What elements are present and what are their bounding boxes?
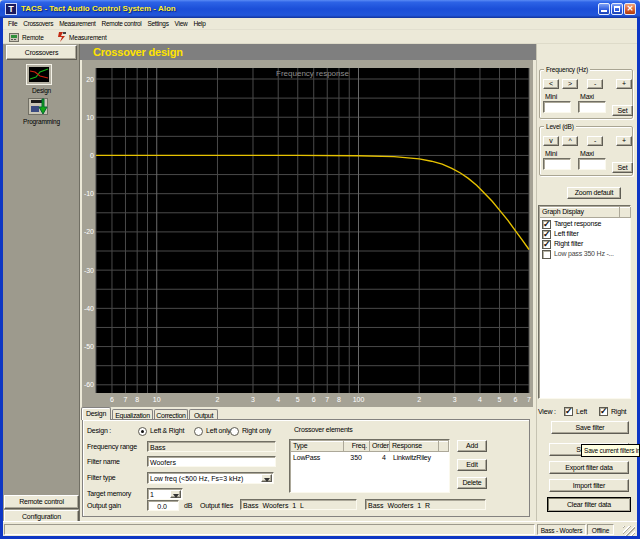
level-plus-button[interactable]: + bbox=[616, 136, 632, 146]
svg-text:7: 7 bbox=[325, 396, 329, 403]
radio-right-only[interactable] bbox=[230, 427, 239, 436]
output-gain-label: Output gain bbox=[87, 502, 121, 509]
view-right-label[interactable]: Right bbox=[611, 408, 626, 415]
radio-right-only-label[interactable]: Right only bbox=[242, 427, 271, 434]
output-file-right-field[interactable]: Bass_Woofers_1_R bbox=[365, 499, 486, 510]
view-left-checkbox[interactable] bbox=[564, 407, 573, 416]
level-maxi-input[interactable] bbox=[578, 158, 606, 170]
radio-left-only[interactable] bbox=[194, 427, 203, 436]
design-icon[interactable] bbox=[26, 64, 52, 85]
svg-text:6: 6 bbox=[514, 396, 518, 403]
svg-text:-30: -30 bbox=[84, 267, 94, 274]
column-header-freq[interactable]: Freq. bbox=[344, 441, 370, 452]
level-minus-button[interactable]: - bbox=[587, 136, 603, 146]
frequency-range-field[interactable]: Bass bbox=[147, 441, 276, 452]
resize-grip-icon[interactable] bbox=[623, 526, 635, 536]
menu-crossovers[interactable]: Crossovers bbox=[20, 20, 56, 27]
freq-prev-button[interactable]: < bbox=[543, 79, 559, 89]
checkbox-left-filter[interactable] bbox=[542, 230, 551, 239]
toolbar-measurement-button[interactable]: Measurement bbox=[69, 34, 107, 41]
sidebar-item-design[interactable]: Design bbox=[3, 87, 80, 94]
target-memory-select[interactable]: 1 bbox=[147, 488, 183, 500]
menu-help[interactable]: Help bbox=[190, 20, 208, 27]
menu-measurement[interactable]: Measurement bbox=[56, 20, 98, 27]
filter-name-field[interactable]: Woofers bbox=[147, 456, 276, 467]
sidebar-item-programming[interactable]: Programming bbox=[3, 118, 80, 125]
view-left-label[interactable]: Left bbox=[576, 408, 587, 415]
import-filter-button[interactable]: Import filter bbox=[549, 479, 629, 492]
level-group-title: Level (dB) bbox=[544, 123, 576, 130]
programming-icon[interactable] bbox=[27, 96, 51, 117]
zoom-default-button[interactable]: Zoom default bbox=[567, 187, 621, 199]
level-down-button[interactable]: v bbox=[543, 136, 559, 146]
radio-left-and-right[interactable] bbox=[138, 427, 147, 436]
radio-left-and-right-label[interactable]: Left & Right bbox=[150, 427, 184, 434]
column-header-order[interactable]: Order bbox=[370, 441, 390, 452]
freq-maxi-input[interactable] bbox=[578, 101, 606, 113]
graph-display-header[interactable]: Graph Display bbox=[540, 207, 620, 218]
menu-remote-control[interactable]: Remote control bbox=[99, 20, 145, 27]
freq-set-button[interactable]: Set bbox=[612, 105, 633, 116]
tab-design[interactable]: Design bbox=[81, 407, 111, 420]
remote-icon bbox=[9, 32, 20, 43]
clear-filter-data-button[interactable]: Clear filter data bbox=[547, 497, 631, 512]
close-button[interactable]: ✕ bbox=[624, 3, 636, 15]
output-gain-unit: dB bbox=[184, 502, 192, 509]
edit-button[interactable]: Edit bbox=[457, 459, 487, 471]
menu-file[interactable]: File bbox=[5, 20, 20, 27]
checkbox-right-filter[interactable] bbox=[542, 240, 551, 249]
output-gain-stepper[interactable]: 0.0 bbox=[147, 500, 179, 511]
level-set-button[interactable]: Set bbox=[612, 162, 633, 173]
svg-text:-50: -50 bbox=[84, 343, 94, 350]
level-mini-input[interactable] bbox=[543, 158, 571, 170]
graph-item-left-filter[interactable]: Left filter bbox=[554, 230, 579, 237]
minimize-button[interactable] bbox=[598, 3, 610, 15]
titlebar[interactable]: T TACS - Tact Audio Control System - Alo… bbox=[0, 0, 640, 18]
save-filter-button[interactable]: Save filter bbox=[551, 421, 629, 434]
maximize-icon bbox=[614, 6, 620, 12]
export-filter-data-button[interactable]: Export filter data bbox=[549, 461, 629, 474]
output-files-label: Output files bbox=[200, 502, 233, 509]
freq-minus-button[interactable]: - bbox=[587, 79, 603, 89]
app-window: T TACS - Tact Audio Control System - Alo… bbox=[0, 0, 640, 539]
frequency-group: Frequency (Hz) < > - + Mini Maxi Set bbox=[539, 69, 633, 119]
level-maxi-label: Maxi bbox=[580, 150, 594, 157]
output-file-left-field[interactable]: Bass_Woofers_1_L bbox=[240, 499, 357, 510]
filter-type-select[interactable]: Low freq (<500 Hz, Fs=3 kHz) bbox=[147, 472, 274, 484]
menu-view[interactable]: View bbox=[172, 20, 191, 27]
level-mini-label: Mini bbox=[545, 150, 557, 157]
maximize-button[interactable] bbox=[611, 3, 623, 15]
svg-text:-20: -20 bbox=[84, 228, 94, 235]
remote-control-button[interactable]: Remote control bbox=[4, 495, 79, 509]
graph-item-low-pass-350[interactable]: Low pass 350 Hz -... bbox=[554, 250, 614, 257]
chevron-down-icon[interactable] bbox=[170, 490, 181, 498]
menu-settings[interactable]: Settings bbox=[145, 20, 172, 27]
toolbar-remote-button[interactable]: Remote bbox=[22, 34, 44, 41]
checkbox-target-response[interactable] bbox=[542, 220, 551, 229]
radio-left-only-label[interactable]: Left only bbox=[206, 427, 231, 434]
graph-item-target-response[interactable]: Target response bbox=[554, 220, 601, 227]
design-tab-panel: Design : Left & Right Left only Right on… bbox=[82, 419, 530, 517]
svg-text:5: 5 bbox=[296, 396, 300, 403]
level-up-button[interactable]: ^ bbox=[562, 136, 578, 146]
freq-next-button[interactable]: > bbox=[562, 79, 578, 89]
toolbar: Remote Measurement bbox=[3, 30, 637, 44]
svg-text:10: 10 bbox=[86, 114, 94, 121]
chevron-down-icon[interactable] bbox=[261, 474, 272, 482]
graph-item-right-filter[interactable]: Right filter bbox=[554, 240, 583, 247]
freq-plus-button[interactable]: + bbox=[616, 79, 632, 89]
svg-text:3: 3 bbox=[453, 396, 457, 403]
svg-text:3: 3 bbox=[251, 396, 255, 403]
sidebar-crossovers-button[interactable]: Crossovers bbox=[6, 45, 77, 60]
column-header-response[interactable]: Response bbox=[390, 441, 439, 452]
delete-button[interactable]: Delete bbox=[457, 477, 487, 489]
level-group: Level (dB) v ^ - + Mini Maxi Set bbox=[539, 126, 633, 176]
add-button[interactable]: Add bbox=[457, 440, 487, 452]
checkbox-low-pass-350[interactable] bbox=[542, 250, 551, 259]
column-header-type[interactable]: Type bbox=[291, 441, 344, 452]
menubar: File Crossovers Measurement Remote contr… bbox=[3, 18, 637, 30]
view-right-checkbox[interactable] bbox=[599, 407, 608, 416]
svg-text:-40: -40 bbox=[84, 305, 94, 312]
freq-mini-input[interactable] bbox=[543, 101, 571, 113]
svg-text:20: 20 bbox=[86, 76, 94, 83]
